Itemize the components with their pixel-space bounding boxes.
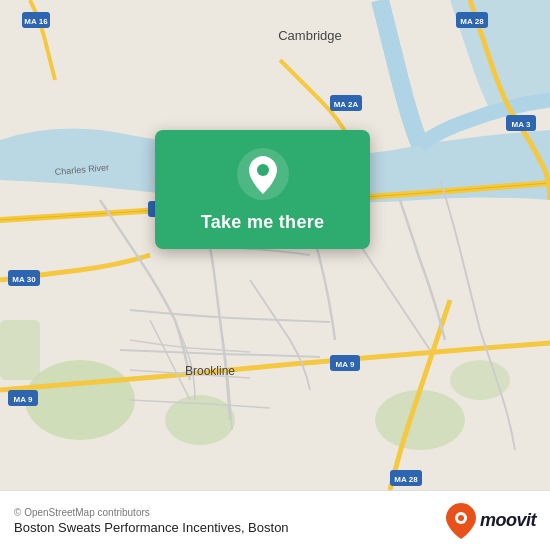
svg-text:MA 30: MA 30 — [12, 275, 36, 284]
bottom-info: © OpenStreetMap contributors Boston Swea… — [14, 507, 289, 535]
svg-text:MA 2A: MA 2A — [334, 100, 359, 109]
svg-text:MA 9: MA 9 — [336, 360, 355, 369]
svg-point-1 — [25, 360, 135, 440]
svg-point-30 — [458, 515, 464, 521]
svg-text:Brookline: Brookline — [185, 364, 235, 378]
svg-rect-5 — [0, 320, 40, 380]
svg-text:MA 9: MA 9 — [14, 395, 33, 404]
copyright-text: © OpenStreetMap contributors — [14, 507, 289, 518]
moovit-logo: moovit — [446, 503, 536, 539]
svg-text:Cambridge: Cambridge — [278, 28, 342, 43]
svg-text:MA 28: MA 28 — [394, 475, 418, 484]
moovit-brand-text: moovit — [480, 510, 536, 531]
take-me-there-button[interactable]: Take me there — [201, 212, 325, 233]
svg-text:MA 28: MA 28 — [460, 17, 484, 26]
location-card: Take me there — [155, 130, 370, 249]
svg-text:MA 3: MA 3 — [512, 120, 531, 129]
svg-point-3 — [375, 390, 465, 450]
map-container: I 90 MA 16 MA 28 MA 3 MA 2A MA 30 MA 9 M… — [0, 0, 550, 490]
bottom-bar: © OpenStreetMap contributors Boston Swea… — [0, 490, 550, 550]
moovit-pin-icon — [446, 503, 476, 539]
location-name: Boston Sweats Performance Incentives, Bo… — [14, 520, 289, 535]
location-pin-icon — [237, 148, 289, 200]
svg-text:MA 16: MA 16 — [24, 17, 48, 26]
svg-point-28 — [257, 164, 269, 176]
